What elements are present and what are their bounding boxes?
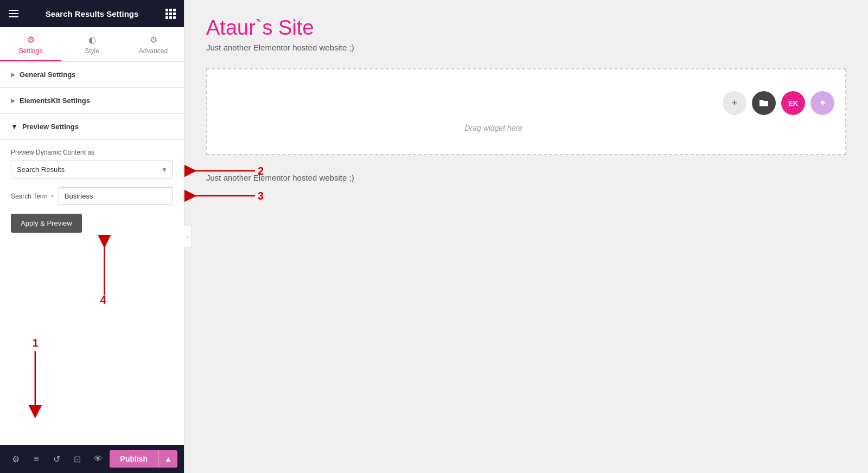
site-title: Ataur`s Site (206, 16, 846, 40)
preview-settings-label: Preview Settings (22, 123, 79, 131)
hamburger-icon[interactable] (9, 10, 18, 17)
ek-button[interactable]: EK (781, 91, 805, 115)
sidebar: Search Results Settings ⚙ Settings ◐ Sty… (0, 0, 184, 473)
sparkle-button[interactable]: ✦ (810, 91, 834, 115)
folder-icon (759, 99, 769, 107)
widget-actions: + EK ✦ (723, 91, 834, 115)
general-settings-label: General Settings (20, 71, 75, 79)
sidebar-collapse-handle[interactable]: ‹ (184, 226, 192, 247)
settings-bottom-icon[interactable]: ⚙ (7, 449, 25, 469)
style-tab-icon: ◐ (88, 35, 96, 45)
preview-dynamic-select[interactable]: Search Results Posts Pages (11, 161, 173, 178)
history-bottom-icon[interactable]: ↺ (48, 449, 66, 469)
search-term-row: Search Term ✦ (11, 187, 173, 205)
elementskit-arrow: ▶ (11, 98, 15, 104)
responsive-bottom-icon[interactable]: ⊡ (68, 449, 87, 469)
search-term-label: Search Term ✦ (11, 193, 54, 200)
tab-settings-label: Settings (19, 47, 42, 55)
advanced-tab-icon: ⚙ (150, 35, 157, 45)
site-subtitle: Just another Elementor hosted website ;) (206, 43, 846, 52)
sidebar-tabs: ⚙ Settings ◐ Style ⚙ Advanced (0, 27, 184, 62)
sidebar-title: Search Results Settings (46, 9, 139, 18)
arrow3-label: 3 (258, 190, 264, 202)
drop-zone[interactable]: + EK ✦ Drag widget here (206, 68, 846, 155)
tab-advanced-label: Advanced (139, 47, 168, 55)
search-term-input[interactable] (59, 187, 173, 205)
dynamic-content-icon[interactable]: ✦ (50, 193, 54, 199)
preview-settings-section[interactable]: ▼ Preview Settings (0, 114, 184, 140)
preview-dynamic-select-wrapper: Search Results Posts Pages ▼ (11, 161, 173, 178)
publish-chevron-button[interactable]: ▲ (158, 450, 177, 468)
layers-bottom-icon[interactable]: ≡ (27, 449, 46, 469)
elementskit-settings-section[interactable]: ▶ ElementsKit Settings (0, 88, 184, 114)
general-settings-arrow: ▶ (11, 72, 15, 78)
grid-icon[interactable] (165, 9, 175, 19)
tab-style[interactable]: ◐ Style (61, 27, 123, 61)
footer-text: Just another Elementor hosted website ;) (206, 171, 846, 184)
add-widget-button[interactable]: + (723, 91, 746, 115)
preview-arrow: ▼ (11, 123, 18, 131)
settings-tab-icon: ⚙ (27, 35, 35, 45)
drag-widget-label: Drag widget here (464, 124, 522, 132)
preview-field-label: Preview Dynamic Content as (11, 149, 173, 156)
eye-bottom-icon[interactable]: 👁 (89, 449, 107, 469)
main-content: Ataur`s Site Just another Elementor host… (184, 0, 868, 473)
sidebar-header: Search Results Settings (0, 0, 184, 27)
sidebar-bottom: ⚙ ≡ ↺ ⊡ 👁 Publish ▲ (0, 445, 184, 473)
publish-wrapper: Publish ▲ (110, 450, 177, 468)
apply-preview-button[interactable]: Apply & Preview (11, 214, 82, 233)
preview-settings-body: Preview Dynamic Content as Search Result… (0, 140, 184, 241)
sidebar-content: ▶ General Settings ▶ ElementsKit Setting… (0, 62, 184, 445)
tab-settings[interactable]: ⚙ Settings (0, 27, 61, 61)
publish-button[interactable]: Publish (110, 450, 159, 468)
tab-advanced[interactable]: ⚙ Advanced (123, 27, 184, 61)
tab-style-label: Style (85, 47, 99, 55)
folder-button[interactable] (752, 91, 776, 115)
general-settings-section[interactable]: ▶ General Settings (0, 62, 184, 88)
elementskit-label: ElementsKit Settings (20, 97, 90, 105)
